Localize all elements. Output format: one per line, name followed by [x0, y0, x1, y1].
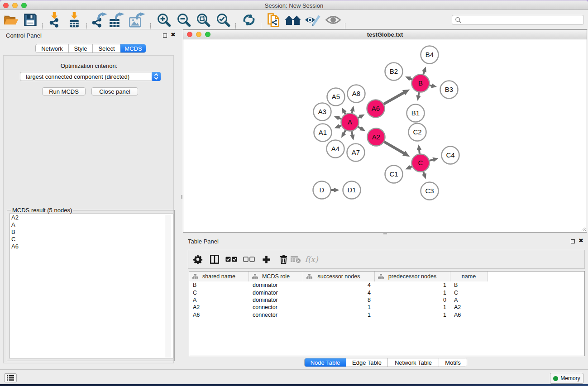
network-canvas[interactable]: AA1A2A3A4A5A6A7A8BB1B2B3B4CC1C2C3C4DD1: [183, 40, 587, 233]
column-header-MCDS-role[interactable]: MCDS role: [249, 272, 303, 281]
tab-node-table[interactable]: Node Table: [305, 358, 346, 367]
close-panel-button[interactable]: Close panel: [91, 87, 138, 95]
table-row[interactable]: Bdominator41B: [189, 281, 584, 289]
result-list-item[interactable]: A2: [10, 214, 173, 221]
column-header-predecessor-nodes[interactable]: predecessor nodes: [375, 272, 450, 281]
vertical-split-handle[interactable]: [181, 195, 182, 199]
edge-arrowhead-icon: [350, 106, 354, 112]
dropdown-value: largest connected component (directed): [20, 73, 152, 80]
new-network-from-selection-icon[interactable]: [265, 12, 282, 28]
close-table-panel-icon[interactable]: ✖: [578, 237, 583, 244]
tab-select[interactable]: Select: [92, 44, 120, 52]
resize-grip-icon[interactable]: [580, 225, 586, 232]
table-panel-title: Table Panel: [188, 238, 219, 245]
tab-network-table[interactable]: Network Table: [387, 358, 439, 367]
memory-button[interactable]: Memory: [550, 373, 583, 384]
graph-node-label: C1: [389, 170, 398, 178]
tab-style[interactable]: Style: [68, 44, 92, 52]
open-session-icon[interactable]: [3, 12, 19, 28]
table-cell: A6: [189, 312, 249, 318]
table-cell: 1: [375, 282, 450, 288]
import-table-icon[interactable]: [66, 12, 82, 28]
table-row[interactable]: Adominator80A: [189, 296, 584, 304]
tab-mcds[interactable]: MCDS: [120, 44, 146, 52]
show-panels-menu-button[interactable]: [4, 373, 17, 382]
export-table-icon[interactable]: [109, 12, 125, 28]
column-header-shared-name[interactable]: shared name: [189, 272, 249, 281]
table-panel: Table Panel ✖ f(x) shared nameMCDS roles…: [183, 235, 588, 368]
table-row[interactable]: Cdominator41C: [189, 289, 584, 296]
table-cell: dominator: [249, 297, 303, 303]
column-header-label: MCDS role: [262, 273, 290, 280]
column-header-successor-nodes[interactable]: successor nodes: [303, 272, 375, 281]
graph-node-label: A7: [352, 148, 360, 156]
graph-node-label: B3: [445, 86, 453, 93]
network-view-window: testGlobe.txt AA1A2A3A4A5A6A7A8BB1B2B3B4…: [183, 29, 587, 233]
table-row[interactable]: A2connector11A2: [189, 304, 584, 311]
graph-node-label: C3: [425, 187, 434, 195]
zoom-fit-icon[interactable]: [195, 12, 211, 28]
graph-node-label: C4: [446, 151, 454, 159]
graph-node-label: B: [418, 79, 423, 87]
graph-node-label: B2: [390, 67, 398, 75]
zoom-out-icon[interactable]: [176, 12, 192, 28]
application-window: Session: New Session Control Panel ✖ Net…: [0, 0, 588, 384]
graph-node-label: A4: [331, 145, 339, 152]
result-list-item[interactable]: B: [10, 229, 173, 236]
table-row[interactable]: A6connector11A6: [189, 311, 584, 319]
zoom-in-icon[interactable]: [156, 12, 172, 28]
column-header-label: predecessor nodes: [388, 273, 436, 280]
optimization-criterion-dropdown[interactable]: largest connected component (directed): [20, 72, 161, 81]
bird-eye-view-icon[interactable]: [325, 12, 341, 28]
table-options-gear-icon[interactable]: [190, 250, 206, 268]
graph-node-label: C2: [413, 128, 421, 136]
column-header-name[interactable]: name: [450, 272, 488, 281]
unselect-all-columns-icon[interactable]: [241, 250, 257, 268]
column-header-label: name: [462, 273, 476, 280]
result-list-item[interactable]: A6: [10, 243, 173, 250]
edge-arrowhead-icon: [350, 134, 354, 140]
add-column-icon[interactable]: [258, 250, 274, 268]
close-panel-icon[interactable]: ✖: [171, 31, 176, 38]
edge-arrowhead-icon: [432, 157, 438, 162]
result-list-item[interactable]: C: [10, 236, 173, 243]
graph-node-label: B1: [411, 109, 420, 117]
import-network-icon[interactable]: [46, 12, 62, 28]
network-window-titlebar: testGlobe.txt: [183, 30, 587, 39]
run-mcds-button[interactable]: Run MCDS: [42, 87, 86, 95]
search-box[interactable]: [452, 15, 584, 25]
split-column-icon[interactable]: [207, 250, 222, 268]
table-cell: 8: [303, 297, 375, 303]
node-table-body: Bdominator41BCdominator41CAdominator80AA…: [189, 281, 584, 319]
select-all-columns-icon[interactable]: [224, 250, 239, 268]
result-list-item[interactable]: A: [10, 221, 173, 229]
tab-edge-table[interactable]: Edge Table: [346, 358, 387, 367]
node-table-header: shared nameMCDS rolesuccessor nodesprede…: [189, 272, 488, 281]
tab-network[interactable]: Network: [36, 44, 68, 52]
float-panel-icon[interactable]: [163, 33, 167, 38]
export-image-icon[interactable]: [129, 12, 145, 28]
table-cell: C: [189, 290, 249, 296]
refresh-icon[interactable]: [241, 12, 257, 28]
control-panel: Control Panel ✖ NetworkStyleSelectMCDS O…: [0, 29, 177, 368]
float-table-panel-icon[interactable]: [571, 239, 575, 243]
save-session-icon[interactable]: [22, 12, 38, 28]
edge-arrowhead-icon: [422, 173, 426, 179]
zoom-selected-icon[interactable]: [215, 12, 231, 28]
column-type-icon: [306, 274, 312, 279]
mcds-result-list[interactable]: A2ABCA6: [9, 214, 173, 358]
column-type-icon: [378, 274, 384, 279]
graph-node-label: A5: [332, 93, 340, 100]
export-network-icon[interactable]: [91, 12, 108, 28]
show-hide-details-icon[interactable]: [305, 12, 321, 28]
graph-node-label: A1: [319, 129, 327, 136]
result-list-scrollbar[interactable]: [165, 214, 171, 358]
column-header-label: shared name: [202, 273, 235, 280]
edge-arrowhead-icon: [334, 188, 339, 192]
first-neighbors-icon[interactable]: [285, 12, 301, 28]
table-cell: 1: [303, 304, 375, 310]
horizontal-split-handle[interactable]: [383, 233, 387, 234]
search-input[interactable]: [464, 17, 583, 23]
status-bar: Memory: [0, 369, 588, 384]
tab-motifs[interactable]: Motifs: [439, 358, 467, 367]
